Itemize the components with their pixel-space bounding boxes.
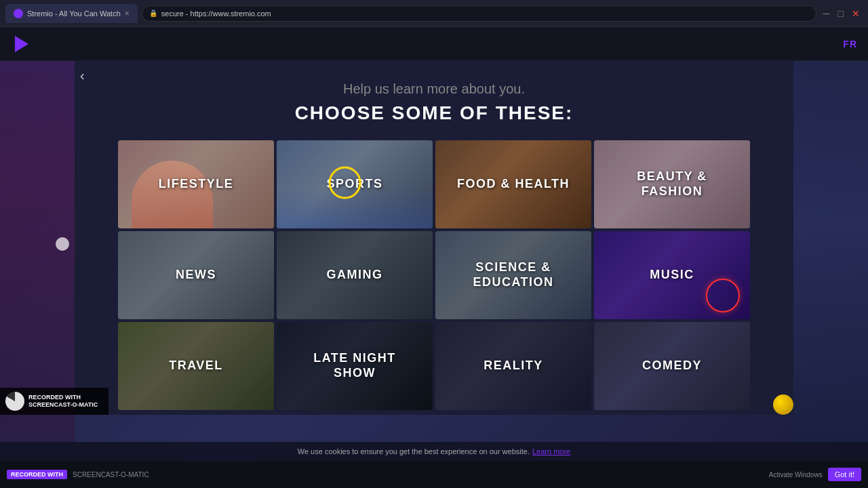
language-selector[interactable]: FR	[843, 39, 857, 49]
genre-label-lifestyle: LIFESTYLE	[159, 177, 234, 192]
url-text: secure - https://www.stremio.com	[161, 9, 271, 18]
taskbar: RECORDED WITH SCREENCAST-O-MATIC Activat…	[0, 461, 868, 488]
genre-tile-science[interactable]: SCIENCE &EDUCATION	[435, 231, 591, 319]
genre-tile-beauty[interactable]: BEAUTY &FASHION	[594, 140, 750, 228]
genre-grid: LIFESTYLE SPORTS FOOD & HEALTH BEAUTY &F…	[118, 140, 750, 410]
genre-tile-news[interactable]: NEWS	[118, 231, 274, 319]
genre-label-news: NEWS	[176, 268, 216, 283]
screencast-text: RECORDED WITHSCREENCAST-O-MATIC	[28, 394, 98, 409]
genre-tile-sports[interactable]: SPORTS	[277, 140, 433, 228]
screencast-badge: RECORDED WITH	[7, 470, 67, 479]
genre-label-gaming: GAMING	[327, 268, 383, 283]
content-area: Help us learn more about you. CHOOSE SOM…	[75, 61, 793, 415]
onboarding-title: CHOOSE SOME OF THESE:	[295, 102, 574, 124]
close-button[interactable]: ✕	[849, 8, 863, 19]
taskbar-right: Activate Windows Got it!	[769, 468, 861, 481]
url-bar[interactable]: 🔒 secure - https://www.stremio.com	[142, 5, 816, 22]
minimize-button[interactable]: ─	[821, 8, 833, 19]
genre-tile-comedy[interactable]: COMEDY	[594, 322, 750, 410]
tab-title: Stremio - All You Can Watch	[27, 9, 121, 18]
genre-tile-travel[interactable]: TRAVEL	[118, 322, 274, 410]
scroll-indicator-circle	[56, 237, 69, 251]
genre-tile-latenight[interactable]: LATE NIGHTSHOW	[277, 322, 433, 410]
cookie-text: We use cookies to ensure you get the bes…	[298, 447, 530, 455]
genre-label-reality: REALITY	[484, 359, 543, 373]
sports-selection-circle	[329, 167, 361, 199]
music-glow-circle	[706, 279, 740, 312]
genre-tile-reality[interactable]: REALITY	[435, 322, 591, 410]
window-controls: ─ □ ✕	[821, 8, 863, 19]
app-window: FR ‹ Help us learn more about you. CHOOS…	[0, 27, 868, 461]
genre-label-comedy: COMEDY	[642, 359, 702, 373]
back-button[interactable]: ‹	[80, 68, 85, 83]
coin-icon	[773, 394, 793, 415]
screencast-matic-label: SCREENCAST-O-MATIC	[73, 471, 149, 479]
screencast-logo	[5, 392, 24, 411]
cookie-bar: We use cookies to ensure you get the bes…	[0, 442, 868, 461]
activate-windows-text: Activate Windows	[769, 471, 823, 479]
browser-tab[interactable]: Stremio - All You Can Watch ×	[5, 4, 138, 23]
onboarding-subtitle: Help us learn more about you.	[343, 81, 525, 97]
cookie-learn-more[interactable]: Learn more	[532, 447, 570, 455]
lock-icon: 🔒	[149, 9, 157, 17]
genre-tile-gaming[interactable]: GAMING	[277, 231, 433, 319]
genre-tile-lifestyle[interactable]: LIFESTYLE	[118, 140, 274, 228]
got-it-button[interactable]: Got it!	[828, 468, 861, 481]
genre-label-travel: TRAVEL	[169, 359, 223, 373]
genre-tile-music[interactable]: MUSIC	[594, 231, 750, 319]
taskbar-left: RECORDED WITH SCREENCAST-O-MATIC	[7, 470, 149, 479]
tab-close-icon[interactable]: ×	[125, 9, 130, 18]
browser-chrome: Stremio - All You Can Watch × 🔒 secure -…	[0, 0, 868, 27]
genre-tile-food[interactable]: FOOD & HEALTH	[435, 140, 591, 228]
svg-marker-0	[15, 36, 28, 52]
screencast-watermark: RECORDED WITHSCREENCAST-O-MATIC	[0, 388, 108, 415]
genre-label-food: FOOD & HEALTH	[457, 177, 570, 192]
genre-label-science: SCIENCE &EDUCATION	[473, 260, 553, 289]
genre-label-beauty: BEAUTY &FASHION	[637, 169, 707, 199]
app-header: FR	[0, 27, 868, 61]
stremio-logo	[11, 33, 33, 55]
tab-favicon	[14, 9, 23, 18]
genre-label-music: MUSIC	[650, 268, 694, 283]
genre-label-latenight: LATE NIGHTSHOW	[313, 351, 396, 380]
maximize-button[interactable]: □	[835, 8, 846, 19]
